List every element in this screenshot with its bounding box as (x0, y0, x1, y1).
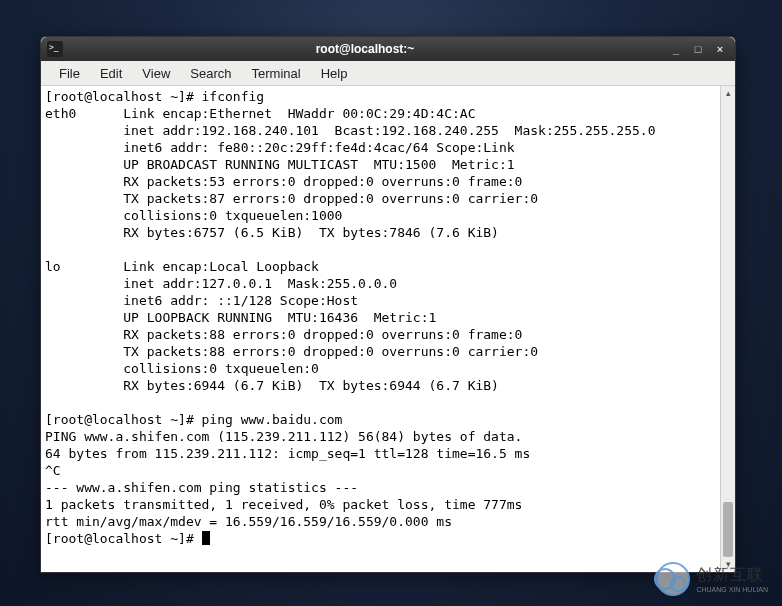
term-line: PING www.a.shifen.com (115.239.211.112) … (45, 429, 522, 444)
term-line: lo Link encap:Local Loopback (45, 259, 319, 274)
menu-edit[interactable]: Edit (90, 63, 132, 84)
term-line: RX packets:88 errors:0 dropped:0 overrun… (45, 327, 522, 342)
menu-search[interactable]: Search (180, 63, 241, 84)
maximize-button[interactable]: □ (689, 41, 707, 57)
menu-view[interactable]: View (132, 63, 180, 84)
watermark-sub: CHUANG XIN HULIAN (696, 586, 768, 593)
term-line: inet6 addr: ::1/128 Scope:Host (45, 293, 358, 308)
term-line: 1 packets transmitted, 1 received, 0% pa… (45, 497, 522, 512)
watermark: 创新互联 CHUANG XIN HULIAN (656, 562, 768, 596)
term-line: --- www.a.shifen.com ping statistics --- (45, 480, 358, 495)
term-line: ^C (45, 463, 61, 478)
terminal-window: root@localhost:~ _ □ × File Edit View Se… (40, 36, 736, 573)
cursor-icon (202, 531, 210, 545)
titlebar[interactable]: root@localhost:~ _ □ × (41, 37, 735, 61)
term-line: collisions:0 txqueuelen:1000 (45, 208, 342, 223)
term-line: UP LOOPBACK RUNNING MTU:16436 Metric:1 (45, 310, 436, 325)
terminal-output[interactable]: [root@localhost ~]# ifconfig eth0 Link e… (41, 86, 735, 572)
scrollbar[interactable]: ▴ ▾ (720, 86, 735, 571)
menu-terminal[interactable]: Terminal (242, 63, 311, 84)
term-line: 64 bytes from 115.239.211.112: icmp_seq=… (45, 446, 530, 461)
term-line: UP BROADCAST RUNNING MULTICAST MTU:1500 … (45, 157, 515, 172)
term-prompt: [root@localhost ~]# (45, 531, 202, 546)
menu-help[interactable]: Help (311, 63, 358, 84)
window-controls: _ □ × (667, 41, 729, 57)
scroll-up-icon[interactable]: ▴ (721, 86, 735, 100)
term-line: collisions:0 txqueuelen:0 (45, 361, 319, 376)
term-line: RX bytes:6757 (6.5 KiB) TX bytes:7846 (7… (45, 225, 499, 240)
window-title: root@localhost:~ (63, 42, 667, 56)
term-line: inet addr:192.168.240.101 Bcast:192.168.… (45, 123, 655, 138)
watermark-logo-icon (656, 562, 690, 596)
term-line: inet addr:127.0.0.1 Mask:255.0.0.0 (45, 276, 397, 291)
scrollbar-thumb[interactable] (723, 502, 733, 557)
term-line: TX packets:87 errors:0 dropped:0 overrun… (45, 191, 538, 206)
term-line: [root@localhost ~]# ping www.baidu.com (45, 412, 342, 427)
minimize-button[interactable]: _ (667, 41, 685, 57)
term-line: eth0 Link encap:Ethernet HWaddr 00:0C:29… (45, 106, 475, 121)
close-button[interactable]: × (711, 41, 729, 57)
menubar: File Edit View Search Terminal Help (41, 61, 735, 86)
terminal-icon (47, 41, 63, 57)
watermark-brand: 创新互联 (696, 566, 764, 583)
term-line: RX bytes:6944 (6.7 KiB) TX bytes:6944 (6… (45, 378, 499, 393)
term-line: rtt min/avg/max/mdev = 16.559/16.559/16.… (45, 514, 452, 529)
term-line: RX packets:53 errors:0 dropped:0 overrun… (45, 174, 522, 189)
term-line: inet6 addr: fe80::20c:29ff:fe4d:4cac/64 … (45, 140, 515, 155)
menu-file[interactable]: File (49, 63, 90, 84)
term-line: [root@localhost ~]# ifconfig (45, 89, 264, 104)
term-line: TX packets:88 errors:0 dropped:0 overrun… (45, 344, 538, 359)
